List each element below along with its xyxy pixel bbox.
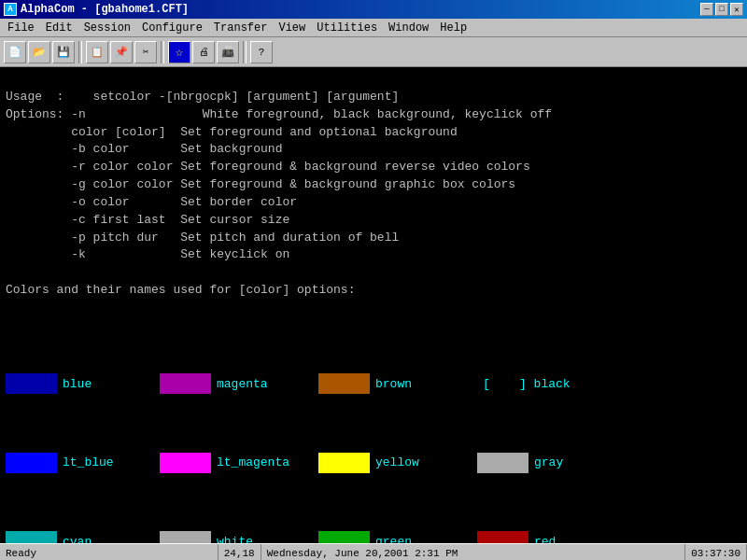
- swatch-brown: [318, 373, 370, 394]
- swatch-magenta: [160, 373, 211, 394]
- label-black: [ ] black: [477, 375, 571, 394]
- window-controls[interactable]: ─ □ ✕: [700, 3, 743, 16]
- swatch-gray: [477, 453, 529, 473]
- menu-utilities[interactable]: Utilities: [311, 20, 383, 36]
- toolbar-save[interactable]: 💾: [52, 41, 75, 63]
- title-bar: A AlphaCom - [gbahome1.CFT] ─ □ ✕: [0, 0, 747, 19]
- label-red: red: [529, 533, 556, 543]
- maximize-button[interactable]: □: [715, 3, 728, 16]
- label-brown: brown: [370, 375, 477, 394]
- toolbar-new[interactable]: 📄: [4, 41, 26, 63]
- status-coords: 24,18: [218, 544, 261, 560]
- close-button[interactable]: ✕: [730, 3, 743, 16]
- toolbar-help[interactable]: ?: [250, 41, 273, 63]
- menu-help[interactable]: Help: [434, 20, 472, 36]
- swatch-cyan: [6, 531, 57, 543]
- swatch-blue: [6, 373, 57, 394]
- status-bar: Ready 24,18 Wednesday, June 20,2001 2:31…: [0, 543, 747, 560]
- menu-edit[interactable]: Edit: [40, 20, 78, 36]
- toolbar-copy[interactable]: 📋: [86, 41, 108, 63]
- toolbar-paste[interactable]: 📌: [110, 41, 133, 63]
- menu-view[interactable]: View: [273, 20, 311, 36]
- swatch-yellow: [318, 453, 370, 473]
- color-row-3: cyan white green red: [6, 531, 741, 543]
- color-row-1: blue magenta brown [ ] black: [6, 373, 741, 394]
- toolbar-open[interactable]: 📂: [28, 41, 50, 63]
- menu-window[interactable]: Window: [383, 20, 434, 36]
- label-blue: blue: [57, 375, 160, 394]
- label-gray: gray: [529, 454, 563, 472]
- usage-line: Usage : setcolor -[nbrgocpk] [argument] …: [6, 90, 552, 297]
- toolbar-separator-3: [243, 41, 247, 63]
- status-ready: Ready: [0, 544, 218, 560]
- menu-transfer[interactable]: Transfer: [208, 20, 274, 36]
- swatch-white: [160, 531, 211, 543]
- toolbar-print[interactable]: 🖨: [192, 41, 215, 63]
- color-row-2: lt_blue lt_magenta yellow gray: [6, 453, 741, 473]
- label-lt-blue: lt_blue: [57, 454, 160, 472]
- toolbar-cut[interactable]: ✂: [134, 41, 157, 63]
- label-lt-magenta: lt_magenta: [211, 454, 318, 472]
- label-white: white: [211, 533, 318, 543]
- swatch-lt-magenta: [160, 453, 211, 473]
- minimize-button[interactable]: ─: [700, 3, 713, 16]
- menu-file[interactable]: File: [2, 20, 40, 36]
- color-table: blue magenta brown [ ] black lt_blue lt_…: [6, 317, 741, 543]
- swatch-green: [318, 531, 370, 543]
- app-icon: A: [4, 3, 17, 16]
- toolbar: 📄 📂 💾 📋 📌 ✂ ☆ 🖨 📠 ?: [0, 37, 747, 67]
- menu-configure[interactable]: Configure: [136, 20, 208, 36]
- menu-session[interactable]: Session: [78, 20, 136, 36]
- toolbar-fax[interactable]: 📠: [217, 41, 239, 63]
- menu-bar: File Edit Session Configure Transfer Vie…: [0, 19, 747, 37]
- swatch-lt-blue: [6, 453, 57, 473]
- toolbar-connect[interactable]: ☆: [168, 41, 190, 63]
- swatch-red: [477, 531, 529, 543]
- window-title: AlphaCom - [gbahome1.CFT]: [21, 3, 189, 16]
- terminal-area[interactable]: Usage : setcolor -[nbrgocpk] [argument] …: [0, 67, 747, 543]
- label-yellow: yellow: [370, 454, 477, 472]
- label-magenta: magenta: [211, 375, 318, 394]
- toolbar-separator-2: [161, 41, 164, 63]
- label-cyan: cyan: [57, 533, 160, 543]
- status-time2: 03:37:30: [685, 544, 747, 560]
- status-datetime: Wednesday, June 20,2001 2:31 PM: [261, 544, 685, 560]
- toolbar-separator-1: [78, 41, 82, 63]
- label-green: green: [370, 533, 477, 543]
